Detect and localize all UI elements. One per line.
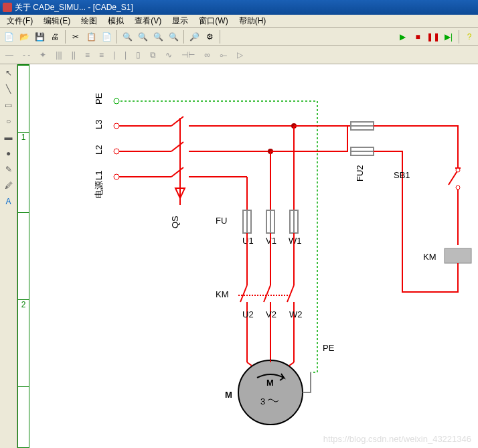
separator <box>220 30 220 44</box>
comp-res[interactable]: ⧉ <box>150 50 156 60</box>
copy-button[interactable]: 📋 <box>84 29 98 44</box>
fillrect-tool[interactable]: ▬ <box>3 131 15 143</box>
workspace: ↖ ╲ ▭ ○ ▬ ● ✎ 🖉 A 1 2 PE L3 <box>0 64 478 448</box>
zoom-out-button[interactable]: 🔍 <box>135 29 150 44</box>
label-fu2: FU2 <box>355 165 365 181</box>
stop-button[interactable]: ■ <box>410 29 425 44</box>
line-tool[interactable]: ╲ <box>3 83 15 95</box>
svg-point-0 <box>114 98 119 104</box>
comp-wire-h[interactable]: — <box>5 50 13 60</box>
menubar: 文件(F) 编辑(E) 绘图 模拟 查看(V) 显示 窗口(W) 帮助(H) <box>0 15 478 28</box>
paste-button[interactable]: 📄 <box>99 29 114 44</box>
svg-point-9 <box>238 360 303 425</box>
svg-point-13 <box>456 185 460 190</box>
ruler-mark-1: 1 <box>21 133 26 142</box>
new-button[interactable]: 📄 <box>1 29 16 44</box>
tool-a-button[interactable]: ⚙ <box>202 29 217 44</box>
comp-eq[interactable]: ≡ <box>85 50 90 60</box>
watermark: https://blog.csdn.net/weixin_43221346 <box>323 434 471 444</box>
ruler-mark-2: 2 <box>21 300 26 309</box>
comp-cap[interactable]: ⊣⊢ <box>181 50 195 60</box>
label-m-side: M <box>225 390 232 400</box>
label-pe-top: PE <box>94 92 104 104</box>
tool-tray: ↖ ╲ ▭ ○ ▬ ● ✎ 🖉 A <box>0 64 17 448</box>
label-u1: U1 <box>242 236 254 246</box>
comp-diode[interactable]: ▷ <box>237 50 243 60</box>
save-button[interactable]: 💾 <box>32 29 47 44</box>
label-three: 3 <box>260 396 265 406</box>
step-button[interactable]: ▶| <box>441 29 456 44</box>
label-l2: L2 <box>94 145 104 155</box>
separator <box>65 30 66 44</box>
label-w1: W1 <box>289 236 302 246</box>
label-fu: FU <box>216 216 227 226</box>
comp-sw[interactable]: ⟜ <box>220 50 228 60</box>
label-v2: V2 <box>266 309 276 319</box>
zoom-window-button[interactable]: 🔍 <box>166 29 181 44</box>
label-pe-bot: PE <box>323 343 335 353</box>
comp-box[interactable]: ▯ <box>136 50 141 60</box>
zoom-fit-button[interactable]: 🔍 <box>151 29 165 44</box>
app-icon <box>3 3 12 12</box>
pointer-tool[interactable]: ↖ <box>3 67 15 79</box>
control-circuit: FU2 SB1 KM <box>351 122 471 292</box>
comp-eq2[interactable]: ≡ <box>99 50 104 60</box>
text-tool[interactable]: A <box>3 196 15 208</box>
play-button[interactable]: ▶ <box>395 29 410 44</box>
svg-point-1 <box>114 123 119 129</box>
svg-point-12 <box>456 168 460 172</box>
titlebar: 关于 CADe_SIMU... - [CADe_S1] <box>0 0 478 15</box>
comp-wire-dash[interactable]: - - <box>23 50 30 60</box>
component-fu: FU U1 V1 W1 <box>216 210 302 246</box>
label-l1: L1 <box>94 171 104 180</box>
menu-view[interactable]: 查看(V) <box>129 14 167 28</box>
separator <box>459 30 459 44</box>
component-motor: M 3 M PE <box>225 343 335 425</box>
label-u2: U2 <box>242 309 254 319</box>
component-km-left: KM <box>216 285 294 302</box>
print-button[interactable]: 🖨 <box>48 29 62 44</box>
separator <box>183 30 184 44</box>
schematic: PE L3 L2 L1 电源 QS <box>29 64 478 448</box>
label-w2: W2 <box>289 309 303 319</box>
menu-display[interactable]: 显示 <box>167 14 193 28</box>
menu-file[interactable]: 文件(F) <box>1 14 38 28</box>
circle-tool[interactable]: ○ <box>3 115 15 127</box>
menu-help[interactable]: 帮助(H) <box>234 14 272 28</box>
svg-point-5 <box>114 174 119 179</box>
label-source: 电源 <box>94 181 104 198</box>
find-button[interactable]: 🔎 <box>187 29 202 44</box>
menu-edit[interactable]: 编辑(E) <box>38 14 76 28</box>
svg-rect-14 <box>445 248 471 263</box>
comp-node[interactable]: ✦ <box>39 50 46 60</box>
comp-v2[interactable]: | <box>125 50 127 60</box>
label-km-left: KM <box>216 289 229 299</box>
help-button[interactable]: ? <box>462 29 477 44</box>
comp-v1[interactable]: | <box>113 50 115 60</box>
menu-draw[interactable]: 绘图 <box>76 14 102 28</box>
pause-button[interactable]: ❚❚ <box>426 29 441 44</box>
zoom-in-button[interactable]: 🔍 <box>120 29 135 44</box>
ruler-vertical: 1 2 <box>17 64 29 448</box>
canvas[interactable]: PE L3 L2 L1 电源 QS <box>29 64 478 448</box>
label-sb1: SB1 <box>394 170 410 180</box>
label-km-right: KM <box>423 252 436 262</box>
rect-tool[interactable]: ▭ <box>3 99 15 111</box>
svg-point-3 <box>114 149 119 154</box>
menu-sim[interactable]: 模拟 <box>102 14 129 28</box>
label-m-in: M <box>266 378 274 388</box>
cut-button[interactable]: ✂ <box>68 29 83 44</box>
comp-coil[interactable]: ∞ <box>204 50 210 60</box>
pencil-tool[interactable]: 🖉 <box>3 179 15 192</box>
open-button[interactable]: 📂 <box>17 29 31 44</box>
comp-ind[interactable]: ∿ <box>165 50 172 60</box>
toolbar-components: — - - ✦ ||| || ≡ ≡ | | ▯ ⧉ ∿ ⊣⊢ ∞ ⟜ ▷ <box>0 46 478 64</box>
menu-window[interactable]: 窗口(W) <box>193 14 233 28</box>
comp-lines3[interactable]: ||| <box>56 50 62 60</box>
separator <box>116 30 117 44</box>
comp-lines2[interactable]: || <box>72 50 76 60</box>
fillcircle-tool[interactable]: ● <box>3 147 15 159</box>
component-qs: QS <box>170 117 185 228</box>
label-qs: QS <box>170 216 180 228</box>
brush-tool[interactable]: ✎ <box>3 163 15 175</box>
